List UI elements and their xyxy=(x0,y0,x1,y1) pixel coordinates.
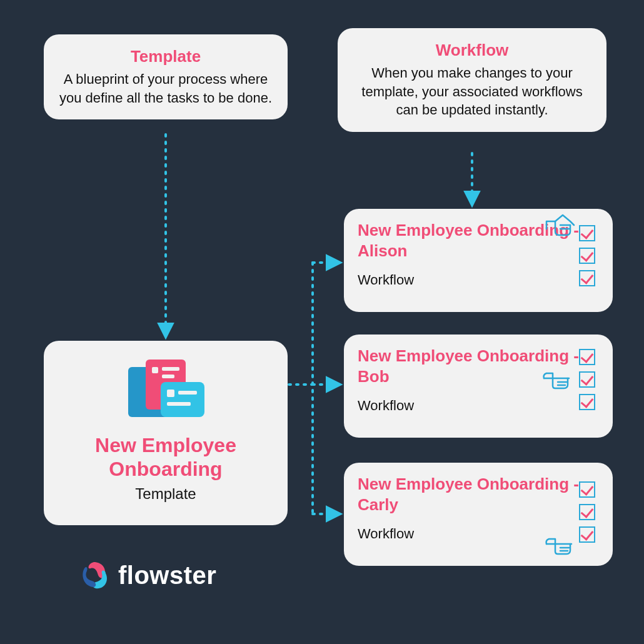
workflow-heading: Workflow xyxy=(353,41,591,60)
brand-logo: flowster xyxy=(78,560,216,591)
checklist-icon xyxy=(579,481,595,543)
template-main-title: New Employee Onboarding xyxy=(59,433,273,481)
workflow-title: New Employee Onboarding - Carly xyxy=(358,474,599,515)
template-main-card: New Employee Onboarding Template xyxy=(44,341,288,525)
pointing-hand-icon xyxy=(544,531,576,556)
checklist-icon xyxy=(579,225,595,286)
template-main-subtitle: Template xyxy=(59,485,273,503)
pointing-hand-icon xyxy=(541,366,574,391)
pointing-hand-icon xyxy=(544,213,576,238)
template-desc: A blueprint of your process where you de… xyxy=(59,70,273,107)
workflow-description-card: Workflow When you make changes to your t… xyxy=(338,28,606,132)
workflow-subtitle: Workflow xyxy=(358,398,599,414)
checklist-icon xyxy=(579,349,595,410)
workflow-subtitle: Workflow xyxy=(358,272,599,288)
brand-name: flowster xyxy=(118,561,216,590)
template-heading: Template xyxy=(59,47,273,66)
flowster-logo-mark-icon xyxy=(78,560,109,591)
template-description-card: Template A blueprint of your process whe… xyxy=(44,34,288,119)
workflow-desc: When you make changes to your template, … xyxy=(353,64,591,119)
documents-stack-icon xyxy=(122,360,209,428)
